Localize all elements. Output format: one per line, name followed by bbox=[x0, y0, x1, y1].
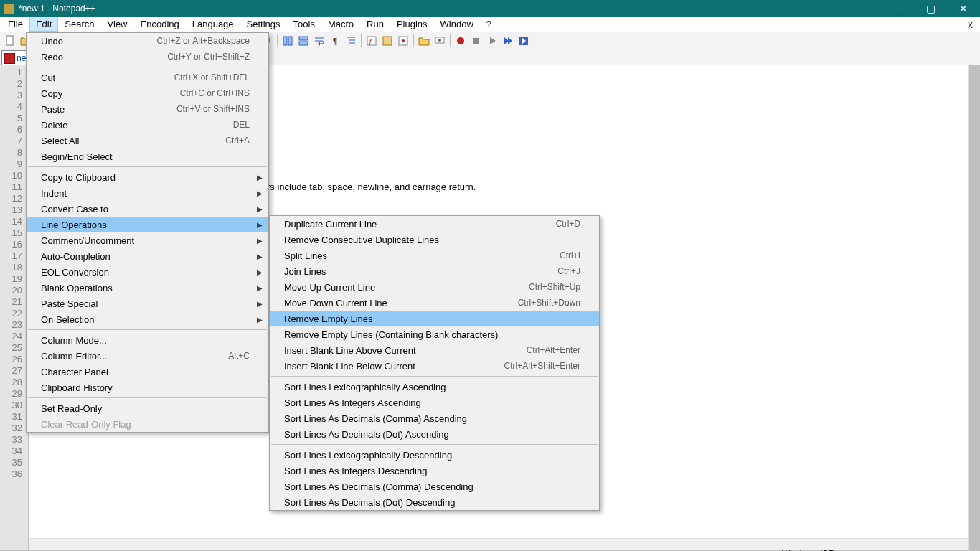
menu-item[interactable]: RedoCtrl+Y or Ctrl+Shift+Z bbox=[27, 49, 268, 65]
play-icon[interactable] bbox=[485, 34, 499, 48]
menubar-close-x[interactable]: x bbox=[961, 17, 980, 32]
close-button[interactable]: ✕ bbox=[947, 0, 980, 17]
menubar: FileEditSearchViewEncodingLanguageSettin… bbox=[0, 17, 980, 32]
menu-item[interactable]: Sort Lines As Decimals (Comma) Descendin… bbox=[270, 479, 599, 494]
svg-point-31 bbox=[438, 39, 441, 42]
menu-item[interactable]: DeleteDEL bbox=[27, 117, 268, 133]
window-title: *new 1 - Notepad++ bbox=[19, 4, 881, 14]
menu-item[interactable]: Character Panel bbox=[27, 364, 268, 380]
menu-item[interactable]: CutCtrl+X or Shift+DEL bbox=[27, 70, 268, 85]
menu-item[interactable]: Set Read-Only bbox=[27, 400, 268, 416]
svg-rect-33 bbox=[473, 38, 479, 44]
menu-item[interactable]: Sort Lines Lexicographically Ascending bbox=[270, 379, 599, 395]
monitor-icon[interactable] bbox=[433, 34, 447, 48]
menu-item[interactable]: Remove Empty Lines bbox=[270, 311, 599, 326]
svg-text:ƒ: ƒ bbox=[369, 38, 372, 45]
menu-item[interactable]: Remove Empty Lines (Containing Blank cha… bbox=[270, 326, 599, 342]
menu-item[interactable]: Sort Lines As Decimals (Dot) Descending bbox=[270, 494, 599, 510]
vertical-scrollbar[interactable] bbox=[968, 65, 980, 550]
svg-point-29 bbox=[402, 39, 405, 42]
menu-item[interactable]: Sort Lines As Decimals (Comma) Ascending bbox=[270, 410, 599, 426]
menu-macro[interactable]: Macro bbox=[321, 17, 360, 32]
menu-item[interactable]: Column Editor...Alt+C bbox=[27, 348, 268, 364]
record-icon[interactable] bbox=[453, 34, 468, 48]
minimize-button[interactable]: ─ bbox=[881, 0, 914, 17]
line-operations-submenu: Duplicate Current LineCtrl+DRemove Conse… bbox=[269, 215, 600, 511]
sync-h-icon[interactable] bbox=[296, 34, 311, 48]
menu-tools[interactable]: Tools bbox=[287, 17, 321, 32]
menu-item[interactable]: Select AllCtrl+A bbox=[27, 133, 268, 149]
menu-item[interactable]: Auto-Completion▶ bbox=[27, 248, 268, 264]
menu-item[interactable]: UndoCtrl+Z or Alt+Backspace bbox=[27, 33, 268, 49]
menu-view[interactable]: View bbox=[101, 17, 134, 32]
new-file-icon[interactable] bbox=[3, 34, 17, 48]
menu-item[interactable]: Copy to Clipboard▶ bbox=[27, 169, 268, 185]
menu-file[interactable]: File bbox=[1, 17, 29, 32]
menu-item[interactable]: Column Mode... bbox=[27, 332, 268, 348]
menu-search[interactable]: Search bbox=[58, 17, 100, 32]
edit-menu-dropdown: UndoCtrl+Z or Alt+BackspaceRedoCtrl+Y or… bbox=[26, 32, 269, 433]
menu-item[interactable]: Remove Consecutive Duplicate Lines bbox=[270, 232, 599, 248]
svg-rect-0 bbox=[6, 36, 13, 45]
line-number-gutter: 1234567891011121314151617181920212223242… bbox=[0, 65, 29, 550]
doc-map-icon[interactable] bbox=[380, 34, 395, 48]
menu-item[interactable]: Line Operations▶ bbox=[27, 217, 268, 232]
menu-item[interactable]: Move Down Current LineCtrl+Shift+Down bbox=[270, 295, 599, 311]
menu-item[interactable]: Comment/Uncomment▶ bbox=[27, 232, 268, 248]
menu-item[interactable]: PasteCtrl+V or Shift+INS bbox=[27, 101, 268, 117]
menu-item[interactable]: Blank Operations▶ bbox=[27, 280, 268, 296]
svg-rect-21 bbox=[283, 37, 287, 45]
menu-item[interactable]: Split LinesCtrl+I bbox=[270, 248, 599, 263]
titlebar: *new 1 - Notepad++ ─ ▢ ✕ bbox=[0, 0, 980, 17]
menu-item[interactable]: CopyCtrl+C or Ctrl+INS bbox=[27, 85, 268, 101]
menu-window[interactable]: Window bbox=[434, 17, 480, 32]
menu-item[interactable]: Join LinesCtrl+J bbox=[270, 263, 599, 279]
menu-item[interactable]: Sort Lines As Decimals (Dot) Ascending bbox=[270, 426, 599, 442]
menu-item[interactable]: EOL Conversion▶ bbox=[27, 264, 268, 280]
save-macro-icon[interactable] bbox=[517, 34, 531, 48]
svg-rect-22 bbox=[288, 37, 292, 45]
menu-item[interactable]: Duplicate Current LineCtrl+D bbox=[270, 216, 599, 232]
svg-rect-27 bbox=[383, 37, 392, 45]
menu-item[interactable]: Clipboard History bbox=[27, 380, 268, 395]
doc-list-icon[interactable] bbox=[396, 34, 410, 48]
menu-item[interactable]: Sort Lines As Integers Descending bbox=[270, 463, 599, 479]
menu-item[interactable]: Sort Lines Lexicographically Descending bbox=[270, 447, 599, 463]
svg-rect-24 bbox=[299, 42, 308, 45]
menu-item[interactable]: Insert Blank Line Below CurrentCtrl+Alt+… bbox=[270, 358, 599, 374]
menu-settings[interactable]: Settings bbox=[240, 17, 287, 32]
menu-item[interactable]: Sort Lines As Integers Ascending bbox=[270, 395, 599, 410]
sync-v-icon[interactable] bbox=[281, 34, 295, 48]
maximize-button[interactable]: ▢ bbox=[914, 0, 947, 17]
svg-point-32 bbox=[457, 37, 464, 44]
horizontal-scrollbar[interactable] bbox=[29, 538, 968, 550]
indent-guide-icon[interactable] bbox=[344, 34, 358, 48]
menu-item[interactable]: Insert Blank Line Above CurrentCtrl+Alt+… bbox=[270, 342, 599, 358]
lang-icon[interactable]: ƒ bbox=[364, 34, 379, 48]
menu-item[interactable]: Indent▶ bbox=[27, 185, 268, 201]
play-multi-icon[interactable] bbox=[501, 34, 515, 48]
menu-item[interactable]: Move Up Current LineCtrl+Shift+Up bbox=[270, 279, 599, 295]
svg-rect-23 bbox=[299, 37, 308, 40]
menu-item[interactable]: Convert Case to▶ bbox=[27, 201, 268, 217]
menu-?[interactable]: ? bbox=[480, 17, 498, 32]
all-chars-icon[interactable]: ¶ bbox=[328, 34, 342, 48]
menu-item[interactable]: On Selection▶ bbox=[27, 311, 268, 327]
stop-icon[interactable] bbox=[469, 34, 484, 48]
menu-encoding[interactable]: Encoding bbox=[134, 17, 186, 32]
menu-language[interactable]: Language bbox=[186, 17, 240, 32]
menu-item: Clear Read-Only Flag bbox=[27, 416, 268, 432]
menu-item[interactable]: Begin/End Select bbox=[27, 149, 268, 164]
menu-edit[interactable]: Edit bbox=[29, 17, 58, 32]
menu-plugins[interactable]: Plugins bbox=[390, 17, 434, 32]
folder-icon[interactable] bbox=[417, 34, 431, 48]
wrap-icon[interactable] bbox=[312, 34, 326, 48]
menu-item[interactable]: Paste Special▶ bbox=[27, 296, 268, 311]
menu-run[interactable]: Run bbox=[360, 17, 390, 32]
app-icon bbox=[3, 3, 14, 14]
